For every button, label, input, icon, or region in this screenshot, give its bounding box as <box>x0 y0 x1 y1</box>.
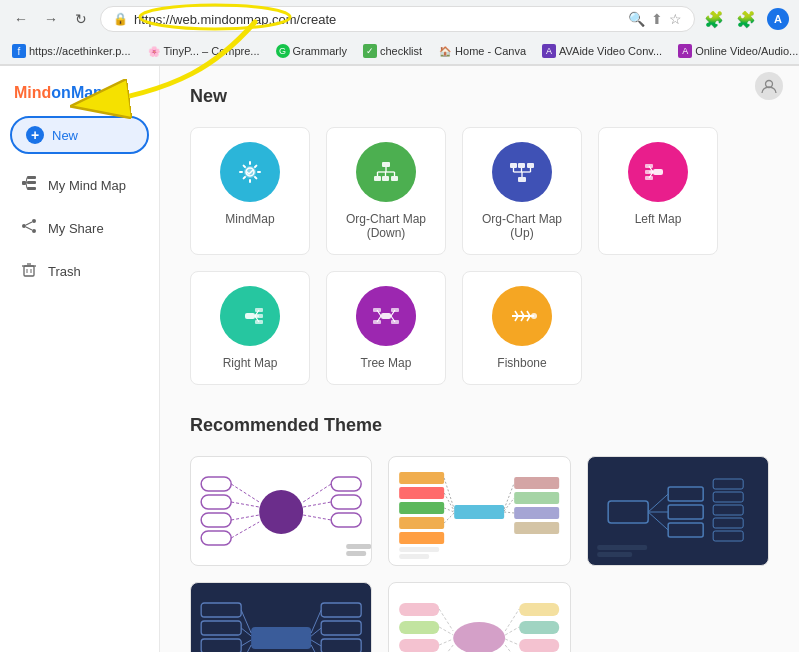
svg-rect-120 <box>201 603 241 617</box>
orgup-label: Org-Chart Map (Up) <box>477 212 567 240</box>
svg-rect-110 <box>713 492 743 502</box>
theme-card-0[interactable] <box>190 456 372 566</box>
map-card-fishbone[interactable]: Fishbone <box>462 271 582 385</box>
nav-buttons: ← → ↻ <box>8 6 94 32</box>
svg-rect-126 <box>321 639 361 652</box>
profile-icon[interactable] <box>755 72 783 100</box>
lock-icon: 🔒 <box>113 12 128 26</box>
svg-rect-3 <box>27 187 36 190</box>
svg-line-10 <box>26 222 32 225</box>
bookmark-3[interactable]: ✓ checklist <box>359 42 426 60</box>
address-bar[interactable]: 🔒 🔍 ⬆ ☆ <box>100 6 695 32</box>
bookmark-0[interactable]: f https://acethinker.p... <box>8 42 135 60</box>
svg-rect-86 <box>454 505 504 519</box>
svg-line-83 <box>303 515 331 520</box>
svg-point-68 <box>531 313 537 319</box>
map-card-orgup[interactable]: Org-Chart Map (Up) <box>462 127 582 255</box>
bookmark-5[interactable]: A AVAide Video Conv... <box>538 42 666 60</box>
svg-rect-112 <box>713 518 743 528</box>
bookmark-2[interactable]: G Grammarly <box>272 42 351 60</box>
bookmark-6[interactable]: A Online Video/Audio... <box>674 42 799 60</box>
logo-text: MindonMap <box>14 84 103 102</box>
svg-line-4 <box>26 178 27 184</box>
url-input[interactable] <box>134 12 622 27</box>
svg-rect-1 <box>27 176 36 179</box>
map-card-rightmap[interactable]: Right Map <box>190 271 310 385</box>
extension-btn[interactable]: 🧩 <box>701 6 727 32</box>
sidebar-item-myshare[interactable]: My Share <box>6 207 153 249</box>
reload-button[interactable]: ↻ <box>68 6 94 32</box>
svg-line-102 <box>504 512 514 513</box>
map-card-treemap[interactable]: Tree Map <box>326 271 446 385</box>
svg-rect-90 <box>399 517 444 529</box>
theme-card-2[interactable] <box>587 456 769 566</box>
map-card-mindmap[interactable]: MindMap <box>190 127 310 255</box>
svg-rect-23 <box>391 176 398 181</box>
svg-rect-92 <box>514 477 559 489</box>
bookmark-1[interactable]: 🌸 TinyP... – Compre... <box>143 42 264 60</box>
search-icon: 🔍 <box>628 11 645 27</box>
svg-rect-118 <box>597 552 632 557</box>
svg-rect-0 <box>22 181 26 185</box>
sidebar-item-mymindmap[interactable]: My Mind Map <box>6 164 153 206</box>
new-button[interactable]: + New <box>10 116 149 154</box>
map-card-orgdown[interactable]: Org-Chart Map (Down) <box>326 127 446 255</box>
theme-preview-4 <box>389 583 569 652</box>
svg-line-153 <box>505 639 519 645</box>
svg-point-9 <box>22 224 26 228</box>
treemap-circle <box>356 286 416 346</box>
svg-rect-95 <box>514 522 559 534</box>
bookmark-icon: ☆ <box>669 11 682 27</box>
svg-line-150 <box>439 645 453 652</box>
new-section-title: New <box>190 86 769 107</box>
svg-rect-94 <box>514 507 559 519</box>
svg-line-149 <box>439 639 453 645</box>
mymindmap-label: My Mind Map <box>48 178 126 193</box>
app-container: MindonMap + New <box>0 66 799 652</box>
back-button[interactable]: ← <box>8 6 34 32</box>
svg-line-152 <box>505 627 519 635</box>
svg-rect-20 <box>382 162 390 167</box>
profile-area <box>755 72 783 100</box>
sidebar-item-trash[interactable]: Trash <box>6 250 153 292</box>
svg-rect-125 <box>321 621 361 635</box>
theme-preview-3 <box>191 583 371 652</box>
theme-card-3[interactable] <box>190 582 372 652</box>
svg-rect-117 <box>597 545 647 550</box>
svg-rect-52 <box>381 313 391 319</box>
rightmap-label: Right Map <box>223 356 278 370</box>
forward-button[interactable]: → <box>38 6 64 32</box>
share-icon <box>20 217 38 239</box>
extension2-btn[interactable]: 🧩 <box>733 6 759 32</box>
svg-point-8 <box>32 229 36 233</box>
bookmark-4[interactable]: 🏠 Home - Canva <box>434 42 530 60</box>
svg-line-96 <box>444 478 454 509</box>
profile-btn[interactable]: A <box>765 6 791 32</box>
myshare-label: My Share <box>48 221 104 236</box>
svg-rect-104 <box>399 554 429 559</box>
map-card-leftmap[interactable]: Left Map <box>598 127 718 255</box>
theme-card-1[interactable] <box>388 456 570 566</box>
svg-rect-31 <box>518 163 525 168</box>
svg-rect-124 <box>321 603 361 617</box>
svg-rect-84 <box>346 544 371 549</box>
svg-rect-87 <box>399 472 444 484</box>
browser-icons: 🧩 🧩 A <box>701 6 791 32</box>
svg-line-11 <box>26 227 32 230</box>
logo: MindonMap <box>0 76 159 116</box>
trash-icon <box>20 260 38 282</box>
svg-line-78 <box>231 502 259 507</box>
svg-rect-103 <box>399 547 439 552</box>
svg-rect-85 <box>346 551 366 556</box>
svg-rect-45 <box>245 313 255 319</box>
svg-rect-73 <box>201 531 231 545</box>
map-type-grid: MindMap <box>190 127 769 385</box>
svg-line-5 <box>26 183 27 184</box>
svg-rect-93 <box>514 492 559 504</box>
svg-line-82 <box>303 502 331 507</box>
svg-rect-105 <box>608 501 648 523</box>
theme-card-4[interactable] <box>388 582 570 652</box>
theme-preview-1 <box>389 457 569 566</box>
svg-rect-113 <box>713 531 743 541</box>
orgdown-label: Org-Chart Map (Down) <box>341 212 431 240</box>
